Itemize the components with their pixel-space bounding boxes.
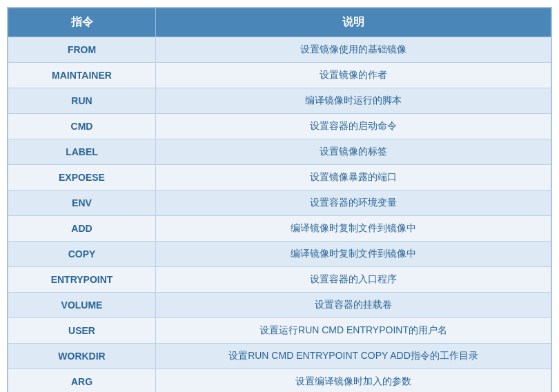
description-cell: 编译镜像时复制文件到镜像中 [156, 242, 551, 267]
command-cell: ENV [8, 190, 156, 216]
description-cell: 设置镜像使用的基础镜像 [156, 37, 551, 63]
description-cell: 设置容器的挂载卷 [156, 293, 551, 318]
description-cell: 设置镜像的标签 [156, 139, 551, 165]
table-row: RUN编译镜像时运行的脚本 [8, 88, 551, 114]
docker-commands-table: 指令 说明 FROM设置镜像使用的基础镜像MAINTAINER设置镜像的作者RU… [7, 7, 552, 392]
command-cell: ARG [8, 369, 156, 393]
table-row: ADD编译镜像时复制文件到镜像中 [8, 216, 551, 242]
description-cell: 设置运行RUN CMD ENTRYPOINT的用户名 [156, 318, 551, 344]
command-cell: CMD [8, 114, 156, 139]
table-row: CMD设置容器的启动命令 [8, 114, 551, 139]
table-row: ENV设置容器的环境变量 [8, 190, 551, 216]
description-cell: 编译镜像时复制文件到镜像中 [156, 216, 551, 242]
table-row: LABEL设置镜像的标签 [8, 139, 551, 165]
command-cell: LABEL [8, 139, 156, 165]
table-row: VOLUME设置容器的挂载卷 [8, 293, 551, 318]
command-cell: RUN [8, 88, 156, 114]
command-cell: MAINTAINER [8, 63, 156, 88]
description-cell: 编译镜像时运行的脚本 [156, 88, 551, 114]
description-cell: 设置编译镜像时加入的参数 [156, 369, 551, 393]
table-row: USER设置运行RUN CMD ENTRYPOINT的用户名 [8, 318, 551, 344]
table-row: ENTRYPOINT设置容器的入口程序 [8, 267, 551, 293]
table-row: COPY编译镜像时复制文件到镜像中 [8, 242, 551, 267]
command-cell: VOLUME [8, 293, 156, 318]
table-row: EXPOESE设置镜像暴露的端口 [8, 165, 551, 190]
description-cell: 设置镜像的作者 [156, 63, 551, 88]
description-cell: 设置容器的启动命令 [156, 114, 551, 139]
desc-column-header: 说明 [156, 8, 551, 37]
command-cell: ADD [8, 216, 156, 242]
description-cell: 设置容器的入口程序 [156, 267, 551, 293]
table-row: FROM设置镜像使用的基础镜像 [8, 37, 551, 63]
command-cell: WORKDIR [8, 344, 156, 369]
cmd-column-header: 指令 [8, 8, 156, 37]
table-row: WORKDIR设置RUN CMD ENTRYPOINT COPY ADD指令的工… [8, 344, 551, 369]
table-row: ARG设置编译镜像时加入的参数 [8, 369, 551, 393]
command-cell: EXPOESE [8, 165, 156, 190]
description-cell: 设置镜像暴露的端口 [156, 165, 551, 190]
command-cell: COPY [8, 242, 156, 267]
description-cell: 设置RUN CMD ENTRYPOINT COPY ADD指令的工作目录 [156, 344, 551, 369]
command-cell: USER [8, 318, 156, 344]
command-cell: ENTRYPOINT [8, 267, 156, 293]
description-cell: 设置容器的环境变量 [156, 190, 551, 216]
table-row: MAINTAINER设置镜像的作者 [8, 63, 551, 88]
table-header-row: 指令 说明 [8, 8, 551, 37]
command-cell: FROM [8, 37, 156, 63]
